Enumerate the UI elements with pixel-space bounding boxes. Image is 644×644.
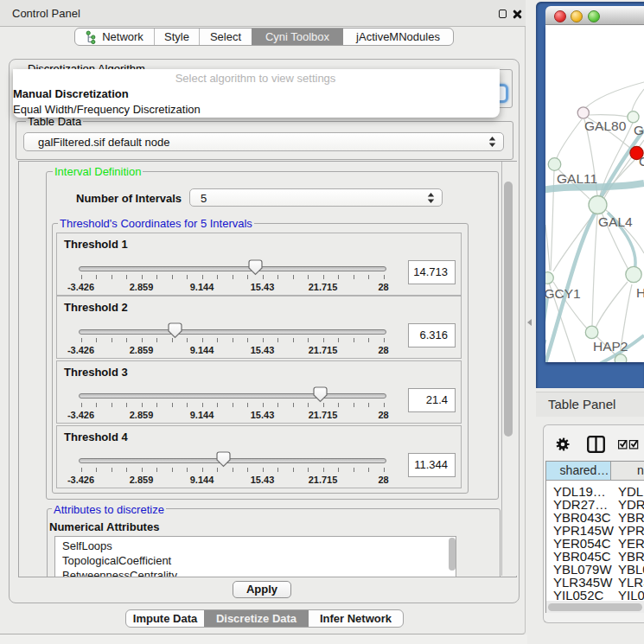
svg-text:GAL11: GAL11 (557, 171, 597, 186)
svg-text:G.: G. (634, 123, 644, 137)
svg-text:GCY1: GCY1 (545, 286, 581, 301)
svg-text:H: H (636, 285, 644, 300)
svg-text:HAP2: HAP2 (593, 339, 628, 354)
svg-text:C: C (639, 154, 644, 169)
svg-text:GAL80: GAL80 (584, 118, 627, 133)
svg-text:GAL4: GAL4 (598, 214, 633, 229)
